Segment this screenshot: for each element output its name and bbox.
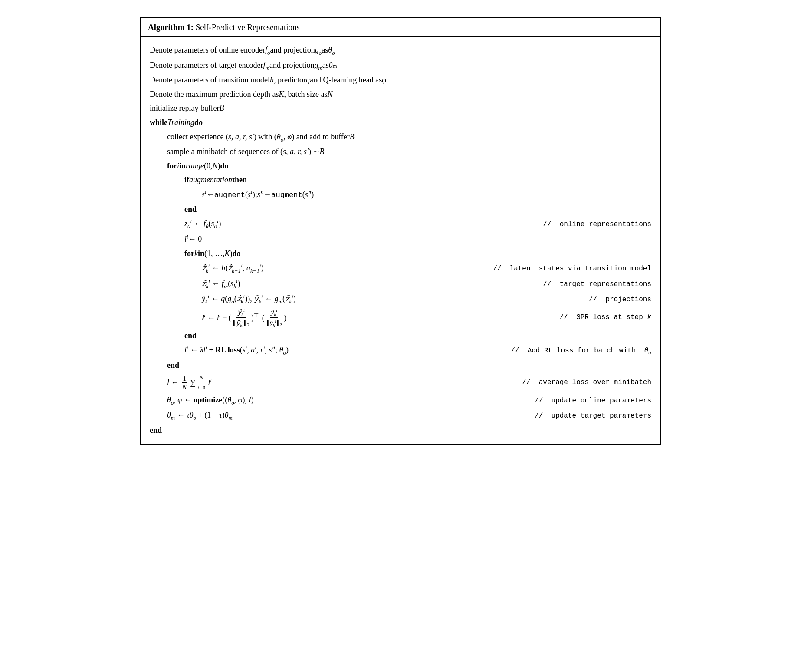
li-update-line: li ← li − ( ỹki ‖ỹki‖2 )⊤ ( ŷki ‖ŷki‖2 ) <box>150 307 651 328</box>
algorithm-title: Algorithm 1: Self-Predictive Representat… <box>148 23 300 32</box>
end-while: end <box>150 424 651 437</box>
init-line: initialize replay buffer B <box>150 102 651 115</box>
zhat-line: ẑki ← h(ẑk−1i, ak−1i) // latent states v… <box>150 261 651 276</box>
comment-update-online: // update online parameters <box>522 395 651 407</box>
optimize-line: θo, φ ← optimize((θo, φ), l) // update o… <box>150 393 651 408</box>
avg-loss-line: l ← 1 N ∑ N i=0 li // average loss over … <box>150 373 651 393</box>
li-zero-line: li ← 0 <box>150 232 651 246</box>
comment-spr-loss: // SPR loss at step k <box>547 312 651 323</box>
comment-projections: // projections <box>576 294 651 306</box>
while-line: while Training do <box>150 116 651 129</box>
if-line: if augmentation then <box>150 173 651 187</box>
denote-line-2: Denote parameters of target encoder fm a… <box>150 59 651 73</box>
comment-latent: // latent states via transition model <box>480 263 651 275</box>
comment-avg-loss: // average loss over minibatch <box>509 377 651 389</box>
denote-line-1: Denote parameters of online encoder fo a… <box>150 43 651 58</box>
for1-line: for i in range(0, N) do <box>150 159 651 173</box>
collect-line: collect experience (s, a, r, s′) with (θ… <box>150 130 651 145</box>
rl-loss-line: li ← λli + RL loss(si, ai, ri, s′i; θo) … <box>150 343 651 358</box>
ztilde-line: z̃ki ← fm(ski) // target representations <box>150 277 651 291</box>
algorithm-box: Algorithm 1: Self-Predictive Representat… <box>140 17 661 445</box>
algorithm-header: Algorithm 1: Self-Predictive Representat… <box>141 18 660 37</box>
yhat-line: ŷki ← q(go(ẑki)), ỹki ← gm(z̃ki) // proj… <box>150 292 651 306</box>
augment-line: si ← augment(si); s′i ← augment(s′i) <box>150 188 651 202</box>
target-update-line: θm ← τθo + (1 − τ)θm // update target pa… <box>150 408 651 423</box>
comment-rl-loss: // Add RL loss for batch with θo <box>498 345 651 357</box>
denote-line-3: Denote parameters of transition model h,… <box>150 73 651 87</box>
algorithm-body: Denote parameters of online encoder fo a… <box>141 37 660 444</box>
comment-target-repr: // target representations <box>530 279 651 290</box>
for2-line: for k in (1, …, K) do <box>150 247 651 260</box>
denote-line-4: Denote the maximum prediction depth as K… <box>150 88 651 101</box>
end-for1: end <box>150 359 651 372</box>
sample-line: sample a minibatch of sequences of (s, a… <box>150 145 651 158</box>
z0-line: z0i ← fθ(s0i) // online representations <box>150 217 651 231</box>
comment-online-repr: // online representations <box>530 219 651 231</box>
comment-update-target: // update target parameters <box>522 410 651 422</box>
end-for2: end <box>150 329 651 343</box>
end-if: end <box>150 203 651 216</box>
